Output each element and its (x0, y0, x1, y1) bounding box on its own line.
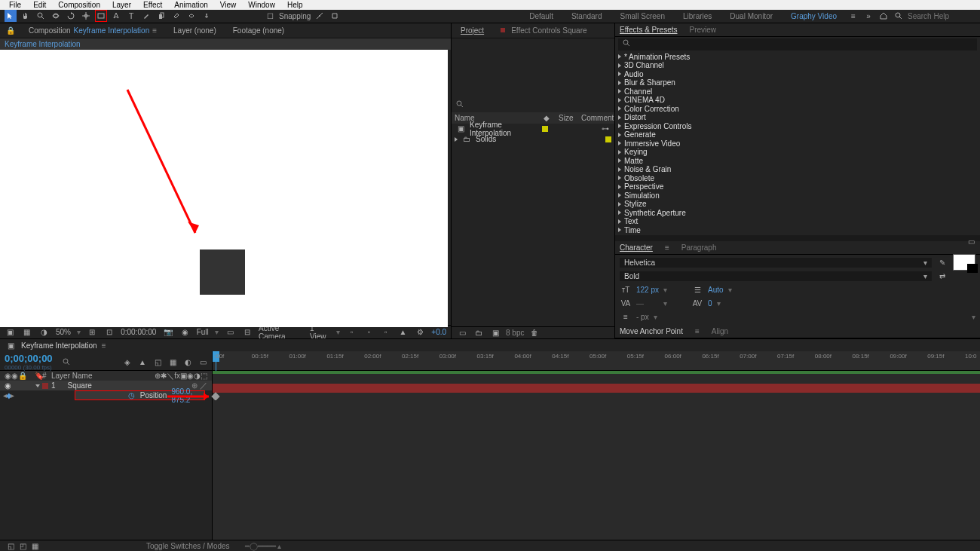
expand-icon[interactable] (618, 54, 621, 59)
view-layout-icon[interactable]: ▭ (225, 326, 236, 338)
tracking-input[interactable]: 0 (708, 299, 712, 308)
expand-icon[interactable] (618, 63, 621, 68)
col-type-icon[interactable]: ◆ (544, 114, 559, 122)
expand-icon[interactable] (618, 98, 621, 103)
effects-category[interactable]: Blur & Sharpen (615, 78, 980, 87)
tl-menu-icon[interactable]: ≡ (102, 341, 106, 350)
effects-category[interactable]: Distort (615, 113, 980, 122)
expand-icon[interactable] (618, 176, 621, 180)
always-preview-icon[interactable]: ▣ (5, 326, 16, 338)
selection-tool-icon[interactable] (5, 10, 17, 22)
eraser-tool-icon[interactable] (170, 10, 182, 22)
expand-icon[interactable] (618, 150, 621, 155)
project-item[interactable]: ▣ Keyframe Interpolation ⊶ (452, 124, 614, 134)
workspace-default[interactable]: Default (522, 12, 561, 20)
orbit-tool-icon[interactable] (50, 10, 62, 22)
expand-icon[interactable] (618, 158, 621, 163)
effect-controls-tab[interactable]: Effect Controls Square (496, 25, 591, 36)
interpret-icon[interactable]: ▭ (456, 327, 468, 339)
char-menu-icon[interactable]: ≡ (665, 243, 669, 252)
mask-icon[interactable]: ◑ (38, 326, 50, 338)
close-icon[interactable]: ≡ (152, 26, 157, 35)
swap-colors-icon[interactable]: ⇄ (936, 270, 948, 282)
effects-search[interactable] (618, 38, 977, 51)
snapshot-icon[interactable]: 📷 (162, 326, 173, 338)
rectangle-tool-icon[interactable] (95, 10, 107, 22)
menu-help[interactable]: Help (281, 0, 309, 10)
stroke-color-swatch[interactable] (967, 264, 978, 273)
keyframe-nav-prev-icon[interactable]: ◂ (0, 391, 6, 399)
expand-icon[interactable] (618, 89, 621, 93)
footage-tab[interactable]: Footage (none) (228, 25, 289, 36)
expand-icon[interactable] (618, 193, 621, 197)
stroke-input[interactable]: - px (636, 313, 649, 321)
project-search[interactable] (452, 99, 614, 112)
pixel-aspect-icon[interactable]: ⊟ (241, 326, 253, 338)
workspace-menu-icon[interactable]: ≡ (847, 10, 859, 22)
effects-category[interactable]: Matte (615, 157, 980, 166)
effects-category[interactable]: Expression Controls (615, 122, 980, 131)
type-tool-icon[interactable]: T (125, 10, 137, 22)
anchor-tab[interactable]: Move Anchor Point (620, 327, 683, 335)
motion-blur-icon[interactable]: ◐ (182, 356, 194, 368)
effects-category[interactable]: Color Correction (615, 105, 980, 114)
brush-tool-icon[interactable] (140, 10, 152, 22)
transparency-grid-icon[interactable]: ▦ (22, 326, 33, 338)
shy-icon[interactable]: ◱ (152, 356, 164, 368)
menu-animation[interactable]: Animation (168, 0, 213, 10)
tl-footer-icon2[interactable]: ◰ (17, 540, 29, 551)
expand-icon[interactable] (618, 115, 621, 120)
anchor-tool-icon[interactable] (80, 10, 92, 22)
home-icon[interactable] (877, 10, 890, 22)
breadcrumb[interactable]: Keyframe Interpolation (0, 38, 451, 50)
pen-tool-icon[interactable] (110, 10, 122, 22)
draft3d-icon[interactable]: ▲ (136, 356, 149, 368)
layername-header[interactable]: Layer Name (51, 372, 92, 380)
workspace-dualmonitor[interactable]: Dual Monitor (722, 12, 780, 20)
effects-category[interactable]: CINEMA 4D (615, 96, 980, 105)
anchor-menu-icon[interactable]: ≡ (695, 327, 700, 335)
current-timecode[interactable]: 0;00;00;00 (5, 353, 53, 364)
preview-tab[interactable]: Preview (690, 26, 717, 34)
menu-effect[interactable]: Effect (137, 0, 168, 10)
expand-icon[interactable] (618, 72, 621, 76)
character-tab[interactable]: Character (620, 243, 653, 252)
menu-composition[interactable]: Composition (52, 0, 106, 10)
layer-expand-icon[interactable] (35, 384, 40, 387)
track-area[interactable] (213, 371, 980, 400)
expand-icon[interactable] (618, 185, 621, 189)
project-item[interactable]: 🗀 Solids (452, 134, 614, 145)
toggle-switches-button[interactable]: Toggle Switches / Modes (146, 542, 230, 550)
3d-icon[interactable]: ▲ (397, 326, 409, 338)
tl-search-icon[interactable] (62, 357, 71, 366)
tl-footer-icon1[interactable]: ◱ (5, 540, 17, 551)
expand-icon[interactable] (618, 210, 621, 215)
snapping-label[interactable]: Snapping (279, 12, 311, 20)
font-dropdown[interactable]: Helvetica▾ (620, 258, 932, 268)
roto-tool-icon[interactable] (185, 10, 198, 22)
trash-icon[interactable]: 🗑 (528, 327, 541, 339)
menu-layer[interactable]: Layer (106, 0, 137, 10)
menu-view[interactable]: View (214, 0, 243, 10)
menu-edit[interactable]: Edit (27, 0, 52, 10)
expand-icon[interactable] (618, 106, 621, 111)
menu-file[interactable]: File (3, 0, 27, 10)
zoom-slider[interactable]: ━◯━━━━ ▴ (245, 542, 282, 550)
label-swatch[interactable] (605, 136, 611, 142)
effects-category[interactable]: 3D Channel (615, 61, 980, 70)
comp-mini-flowchart-icon[interactable]: ◈ (121, 356, 133, 368)
graph-editor-icon[interactable]: ▭ (197, 356, 209, 368)
expand-icon[interactable] (618, 141, 621, 145)
new-comp-icon[interactable]: ▣ (489, 327, 501, 339)
fill-color-swatch[interactable] (953, 254, 975, 271)
resolution-icon[interactable]: ⊞ (87, 326, 98, 338)
new-folder-icon[interactable]: 🗀 (473, 327, 485, 339)
frame-blend-icon[interactable]: ▦ (167, 356, 179, 368)
viewer-timecode[interactable]: 0:00:00:00 (121, 328, 156, 336)
layer-bar[interactable] (213, 384, 980, 393)
panel-lock-icon[interactable]: 🔒 (5, 24, 17, 36)
layer-eye-icon[interactable]: ◉ (5, 381, 33, 390)
eyedropper-icon[interactable]: ✎ (936, 256, 948, 268)
render-icon[interactable]: ⚙ (415, 326, 426, 338)
expand-icon[interactable] (618, 228, 621, 232)
